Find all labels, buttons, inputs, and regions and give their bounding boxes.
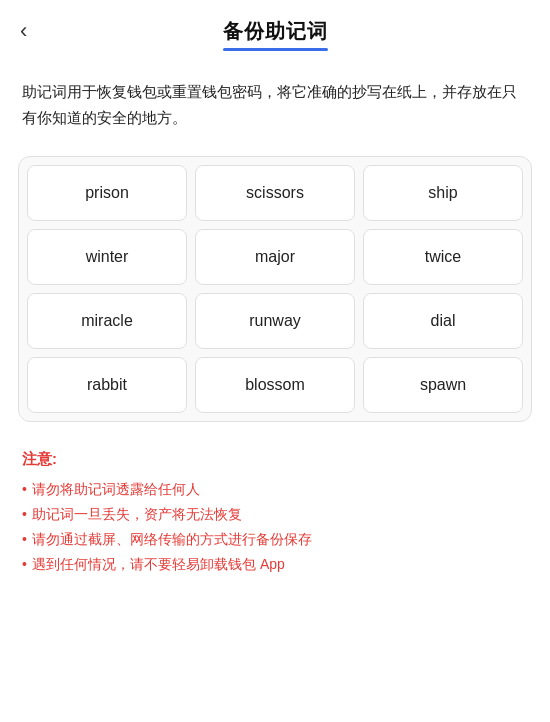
mnemonic-word: spawn <box>420 376 466 394</box>
notice-section: 注意: 请勿将助记词透露给任何人助记词一旦丢失，资产将无法恢复请勿通过截屏、网络… <box>0 436 550 598</box>
mnemonic-word: winter <box>86 248 129 266</box>
mnemonic-cell: rabbit <box>27 357 187 413</box>
mnemonic-word: prison <box>85 184 129 202</box>
description-text: 助记词用于恢复钱包或重置钱包密码，将它准确的抄写在纸上，并存放在只有你知道的安全… <box>0 61 550 142</box>
mnemonic-cell: runway <box>195 293 355 349</box>
mnemonic-word: ship <box>428 184 457 202</box>
mnemonic-word: blossom <box>245 376 305 394</box>
notice-list: 请勿将助记词透露给任何人助记词一旦丢失，资产将无法恢复请勿通过截屏、网络传输的方… <box>22 477 528 578</box>
mnemonic-cell: winter <box>27 229 187 285</box>
mnemonic-word: twice <box>425 248 461 266</box>
title-underline <box>223 48 328 51</box>
mnemonic-word: runway <box>249 312 301 330</box>
mnemonic-grid-wrapper: prisonscissorsshipwintermajortwicemiracl… <box>18 156 532 422</box>
notice-item: 遇到任何情况，请不要轻易卸载钱包 App <box>22 552 528 577</box>
notice-item: 助记词一旦丢失，资产将无法恢复 <box>22 502 528 527</box>
header: ‹ 备份助记词 <box>0 0 550 61</box>
mnemonic-cell: scissors <box>195 165 355 221</box>
notice-item: 请勿通过截屏、网络传输的方式进行备份保存 <box>22 527 528 552</box>
mnemonic-cell: twice <box>363 229 523 285</box>
page-title: 备份助记词 <box>223 18 328 45</box>
notice-title: 注意: <box>22 450 528 469</box>
mnemonic-cell: prison <box>27 165 187 221</box>
title-wrapper: 备份助记词 <box>223 18 328 51</box>
mnemonic-word: scissors <box>246 184 304 202</box>
mnemonic-cell: miracle <box>27 293 187 349</box>
mnemonic-cell: major <box>195 229 355 285</box>
mnemonic-word: major <box>255 248 295 266</box>
mnemonic-cell: dial <box>363 293 523 349</box>
mnemonic-cell: blossom <box>195 357 355 413</box>
mnemonic-cell: spawn <box>363 357 523 413</box>
notice-item: 请勿将助记词透露给任何人 <box>22 477 528 502</box>
mnemonic-grid: prisonscissorsshipwintermajortwicemiracl… <box>27 165 523 413</box>
mnemonic-word: dial <box>431 312 456 330</box>
mnemonic-word: miracle <box>81 312 133 330</box>
mnemonic-cell: ship <box>363 165 523 221</box>
back-button[interactable]: ‹ <box>20 20 27 42</box>
mnemonic-word: rabbit <box>87 376 127 394</box>
